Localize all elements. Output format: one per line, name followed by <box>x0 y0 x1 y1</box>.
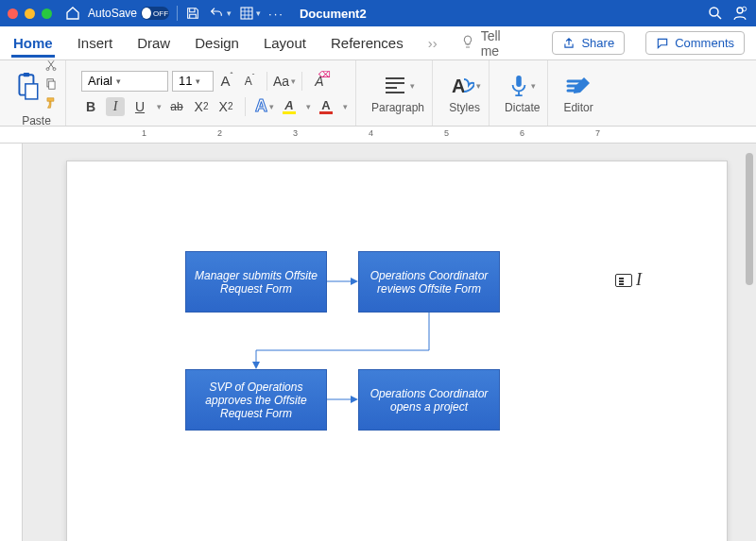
bold-button[interactable]: B <box>81 97 100 116</box>
tab-overflow[interactable]: ›› <box>426 29 439 57</box>
svg-marker-15 <box>252 362 260 369</box>
styles-icon: A▾ <box>448 73 481 99</box>
share-button[interactable]: Share <box>552 31 625 55</box>
cut-icon[interactable] <box>44 59 58 75</box>
comments-label: Comments <box>675 36 734 50</box>
tab-design[interactable]: Design <box>193 29 241 57</box>
document-title: Document2 <box>300 7 367 21</box>
clipboard-group: Paste <box>8 60 66 126</box>
editor-group[interactable]: Editor <box>556 60 600 126</box>
vertical-ruler[interactable] <box>0 144 23 541</box>
shrink-font-icon[interactable]: Aˇ <box>240 72 259 91</box>
autosave-toggle[interactable]: AutoSave OFF <box>88 7 169 20</box>
svg-rect-5 <box>24 73 29 76</box>
undo-icon[interactable]: ▾ <box>208 6 232 21</box>
tab-layout[interactable]: Layout <box>262 29 308 57</box>
tab-insert[interactable]: Insert <box>76 29 115 57</box>
tab-draw[interactable]: Draw <box>135 29 172 57</box>
clear-formatting[interactable]: A⌫ <box>310 72 329 91</box>
table-icon[interactable]: ▾ <box>239 6 261 21</box>
underline-button[interactable]: U <box>130 97 149 116</box>
superscript-button[interactable]: X2 <box>216 97 235 116</box>
italic-button[interactable]: I <box>106 97 125 116</box>
tab-home[interactable]: Home <box>11 29 55 58</box>
grow-font-icon[interactable]: Aˆ <box>217 72 236 91</box>
svg-point-8 <box>53 68 56 71</box>
svg-rect-12 <box>516 76 522 87</box>
svg-rect-10 <box>49 81 55 89</box>
bulb-icon <box>460 34 475 52</box>
flow-box-3[interactable]: SVP of Operations approves the Offsite R… <box>185 369 327 431</box>
font-group: Arial▾ 11▾ Aˆ Aˇ Aa▾ A⌫ B I U▾ ab X2 X2 … <box>74 60 356 126</box>
horizontal-ruler[interactable]: 1 2 3 4 5 6 7 <box>0 127 756 144</box>
copy-icon[interactable] <box>44 77 58 93</box>
editor-icon <box>565 73 592 99</box>
tab-references[interactable]: References <box>329 29 405 57</box>
minimize-window[interactable] <box>25 8 35 19</box>
vertical-scrollbar[interactable] <box>746 153 753 285</box>
svg-text:A: A <box>452 76 465 96</box>
styles-group[interactable]: A▾ Styles <box>440 60 490 126</box>
font-color[interactable]: A <box>317 97 335 116</box>
flowchart-connectors <box>67 161 729 541</box>
font-name-select[interactable]: Arial▾ <box>81 71 168 92</box>
overflow-icon[interactable]: ··· <box>268 7 284 21</box>
tell-me[interactable]: Tell me <box>460 28 511 59</box>
format-painter-icon[interactable] <box>44 96 58 112</box>
document-page[interactable]: Manager submits Offsite Request Form Ope… <box>66 161 728 541</box>
search-icon[interactable] <box>707 5 724 22</box>
account-icon[interactable] <box>731 5 748 22</box>
paste-icon[interactable] <box>15 73 40 99</box>
paragraph-group[interactable]: ▾ Paragraph <box>364 60 433 126</box>
font-size-select[interactable]: 11▾ <box>172 71 214 92</box>
flow-box-1[interactable]: Manager submits Offsite Request Form <box>185 251 327 313</box>
subscript-button[interactable]: X2 <box>192 97 211 116</box>
svg-point-7 <box>46 68 49 71</box>
highlight-color[interactable]: A <box>280 97 299 116</box>
dictate-group[interactable]: ▾ Dictate <box>497 60 548 126</box>
dictate-icon: ▾ <box>508 73 536 99</box>
svg-rect-6 <box>26 83 38 98</box>
change-case[interactable]: Aa▾ <box>275 72 294 91</box>
flow-box-2[interactable]: Operations Coordinator reviews Offsite F… <box>358 251 500 313</box>
comments-button[interactable]: Comments <box>645 31 745 55</box>
svg-point-1 <box>710 8 718 16</box>
save-icon[interactable] <box>185 6 200 21</box>
maximize-window[interactable] <box>42 8 52 19</box>
strike-button[interactable]: ab <box>167 97 186 116</box>
tell-me-label: Tell me <box>481 28 511 59</box>
flow-box-4[interactable]: Operations Coordinator opens a project <box>358 369 500 431</box>
paste-label: Paste <box>22 114 51 127</box>
svg-marker-14 <box>351 278 358 285</box>
autosave-label: AutoSave <box>88 7 137 20</box>
svg-marker-17 <box>351 396 358 403</box>
share-label: Share <box>581 36 614 50</box>
text-effects[interactable]: A▾ <box>255 97 274 116</box>
svg-rect-0 <box>241 8 252 19</box>
paragraph-icon: ▾ <box>382 73 415 99</box>
close-window[interactable] <box>8 8 18 19</box>
layout-options-icon[interactable]: I <box>615 270 642 290</box>
home-icon[interactable] <box>65 6 80 21</box>
